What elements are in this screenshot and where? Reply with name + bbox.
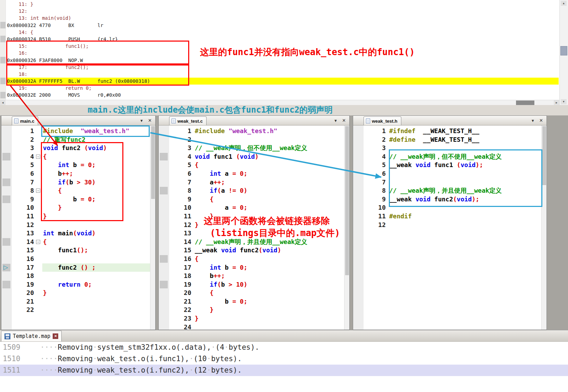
- code-text: [388, 221, 541, 229]
- code-line[interactable]: 11#endif: [364, 212, 541, 221]
- code-line[interactable]: 18 b++;: [169, 272, 344, 280]
- scroll-left-button[interactable]: ◄: [0, 100, 6, 105]
- code-line[interactable]: 20}: [12, 289, 150, 297]
- map-line[interactable]: 1511····Removing·weak_test.o(i.func2),·(…: [0, 365, 568, 376]
- scroll-right-button[interactable]: ►: [554, 100, 559, 105]
- scroll-down-button[interactable]: ▼: [561, 99, 567, 104]
- code-line[interactable]: 12: [364, 221, 541, 229]
- code-token: void: [262, 246, 277, 254]
- margin-block[interactable]: [2, 195, 10, 203]
- disassembly-line[interactable]: 19: return 0;: [7, 85, 559, 92]
- annotation-include-weak-declaration: main.c这里的include会使main.c包含func1和func2的弱声…: [88, 104, 333, 115]
- margin-block[interactable]: [160, 281, 168, 288]
- code-line[interactable]: 10 a = 0;: [169, 203, 344, 212]
- line-number: 21: [169, 297, 191, 306]
- code-line[interactable]: 16{: [169, 255, 344, 263]
- map-line[interactable]: 1509····Removing·system_stm32f1xx.o(.dat…: [0, 342, 568, 353]
- code-line[interactable]: 9 {: [169, 195, 344, 204]
- tab-close-button[interactable]: ✕: [53, 333, 58, 339]
- code-line[interactable]: 3// __weak声明，但不使用__weak定义: [169, 144, 344, 153]
- breakpoint-gutter[interactable]: [159, 125, 169, 330]
- margin-block[interactable]: [2, 178, 10, 186]
- scrollbar-thumb[interactable]: [560, 46, 567, 55]
- vertical-scrollbar[interactable]: ▲ ▼: [559, 0, 568, 105]
- tab-close-button[interactable]: ✕: [148, 118, 152, 123]
- code-line[interactable]: 24: [169, 323, 344, 330]
- scroll-up-button[interactable]: ▲: [561, 1, 567, 6]
- scrollbar-thumb[interactable]: [345, 126, 349, 275]
- fold-toggle[interactable]: −: [36, 189, 40, 193]
- breakpoint-margin-block[interactable]: [0, 22, 6, 28]
- breakpoint-margin-block[interactable]: [0, 57, 6, 63]
- code-line[interactable]: 14−{: [12, 238, 150, 246]
- margin-block[interactable]: [160, 255, 168, 263]
- map-token: ····: [40, 355, 58, 363]
- tab-list-dropdown-button[interactable]: ▼: [334, 119, 338, 123]
- disassembly-line[interactable]: 12:: [7, 8, 559, 15]
- margin-block[interactable]: [2, 281, 10, 288]
- code-line[interactable]: 21 b = 0;: [169, 297, 344, 306]
- tab-weak-test-c[interactable]: weak_test.c: [169, 116, 207, 125]
- fold-margin: [34, 272, 42, 280]
- code-line[interactable]: 19 return 0;: [12, 280, 150, 289]
- code-line[interactable]: 21: [12, 297, 150, 306]
- fold-margin: [386, 161, 388, 169]
- code-line[interactable]: 16: [12, 255, 150, 263]
- margin-block[interactable]: [160, 187, 168, 194]
- margin-block[interactable]: [2, 153, 10, 160]
- code-line[interactable]: 13int main(void): [12, 229, 150, 238]
- code-line[interactable]: 7 a++;: [169, 178, 344, 187]
- fold-toggle[interactable]: −: [36, 155, 40, 159]
- code-token: b: [225, 298, 229, 305]
- code-line[interactable]: 5{: [169, 161, 344, 169]
- code-line[interactable]: 2: [169, 136, 344, 144]
- breakpoint-margin-block[interactable]: [0, 92, 6, 98]
- map-line[interactable]: 1510····Removing·weak_test.o(i.func1),·(…: [0, 353, 568, 365]
- margin-block[interactable]: [160, 153, 168, 160]
- code-line[interactable]: 22 }: [169, 306, 344, 314]
- code-line[interactable]: 12: [12, 221, 150, 229]
- code-line[interactable]: 15__weak void func2(void): [169, 246, 344, 255]
- line-number: 9: [169, 195, 191, 204]
- disassembly-line[interactable]: 0x0800032E 2000 MOVS r0,#0x00: [7, 92, 559, 98]
- tab-close-button[interactable]: ✕: [342, 118, 346, 123]
- code-line[interactable]: 15 func1();: [12, 246, 150, 255]
- tab-list-dropdown-button[interactable]: ▼: [140, 119, 143, 123]
- margin-block[interactable]: [2, 238, 10, 246]
- code-line[interactable]: 6 int a = 0;: [169, 169, 344, 178]
- scrollbar-thumb[interactable]: [516, 101, 534, 105]
- tab-weak-test-h[interactable]: weak_test.h: [364, 116, 401, 125]
- tab-main-c[interactable]: main.c: [12, 116, 38, 125]
- breakpoint-margin-block[interactable]: [0, 78, 6, 84]
- disassembly-line[interactable]: 13: int main(void): [7, 15, 559, 21]
- code-token: [195, 170, 210, 177]
- code-line[interactable]: 4void func1 (void): [169, 153, 344, 161]
- tab-list-dropdown-button[interactable]: ▼: [531, 119, 535, 123]
- breakpoint-margin[interactable]: [0, 0, 6, 100]
- code-text: void func1 (void): [194, 153, 344, 161]
- vertical-scrollbar[interactable]: [344, 125, 349, 330]
- fold-toggle[interactable]: −: [36, 240, 40, 244]
- code-line[interactable]: 19 if(b > 10): [169, 280, 344, 289]
- disassembly-line[interactable]: 14: {: [7, 29, 559, 36]
- breakpoint-gutter[interactable]: [1, 125, 12, 330]
- tab-close-button[interactable]: ✕: [539, 118, 543, 123]
- code-line[interactable]: 1#include "weak_test.h": [169, 127, 344, 136]
- code-line[interactable]: 17 int b = 0;: [169, 263, 344, 272]
- code-line[interactable]: 1#ifndef __WEAK_TEST_H__: [364, 127, 541, 136]
- code-line[interactable]: 8 if(a != 0): [169, 186, 344, 195]
- tab-template-map[interactable]: Template.map ✕: [1, 331, 62, 341]
- code-line[interactable]: 17 func2 () ;: [12, 263, 150, 272]
- scrollbar-thumb[interactable]: [542, 126, 546, 185]
- breakpoint-margin-block[interactable]: [0, 36, 6, 42]
- breakpoint-gutter[interactable]: [353, 125, 364, 330]
- vertical-scrollbar[interactable]: [150, 125, 155, 330]
- disassembly-line[interactable]: 11: }: [7, 1, 559, 8]
- code-line[interactable]: 20 {: [169, 289, 344, 297]
- code-line[interactable]: 22: [12, 306, 150, 314]
- scrollbar-thumb[interactable]: [151, 126, 155, 199]
- code-line[interactable]: 18: [12, 272, 150, 280]
- disassembly-line[interactable]: 0x08000322 4770 BX lr: [7, 22, 559, 29]
- code-line[interactable]: 23}: [169, 314, 344, 323]
- code-line[interactable]: 2#define __WEAK_TEST_H__: [364, 136, 541, 144]
